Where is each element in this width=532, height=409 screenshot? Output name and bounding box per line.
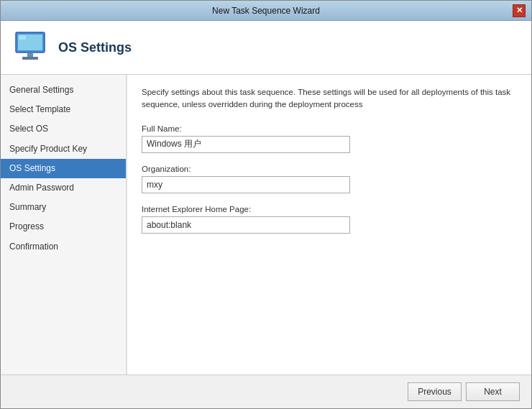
sidebar-item-select-os[interactable]: Select OS [1, 119, 126, 139]
previous-button[interactable]: Previous [408, 382, 462, 401]
full-name-input[interactable] [142, 136, 350, 153]
form-group-0: Full Name: [142, 124, 517, 153]
svg-rect-4 [19, 35, 26, 40]
sidebar-item-confirmation[interactable]: Confirmation [1, 237, 126, 257]
description-text: Specify settings about this task sequenc… [142, 86, 517, 111]
sidebar-item-os-settings[interactable]: OS Settings [1, 159, 126, 178]
sidebar-item-general-settings[interactable]: General Settings [1, 81, 126, 100]
next-button[interactable]: Next [466, 382, 520, 401]
sidebar-item-summary[interactable]: Summary [1, 198, 126, 217]
computer-icon [12, 29, 48, 65]
content-area: General SettingsSelect TemplateSelect OS… [1, 75, 531, 374]
organization-input[interactable] [142, 176, 350, 193]
main-content: Specify settings about this task sequenc… [127, 75, 531, 374]
title-bar: New Task Sequence Wizard ✕ [1, 1, 531, 21]
close-button[interactable]: ✕ [513, 4, 526, 17]
sidebar-item-admin-password[interactable]: Admin Password [1, 178, 126, 198]
wizard-header: OS Settings [1, 21, 531, 75]
wizard-window: New Task Sequence Wizard ✕ OS Settings G… [0, 0, 532, 409]
sidebar-item-select-template[interactable]: Select Template [1, 100, 126, 119]
sidebar-item-specify-product-key[interactable]: Specify Product Key [1, 139, 126, 159]
svg-rect-3 [22, 57, 38, 60]
full-name-input-label: Full Name: [142, 124, 517, 133]
form-group-2: Internet Explorer Home Page: [142, 205, 517, 234]
svg-rect-2 [27, 52, 33, 58]
sidebar-item-progress[interactable]: Progress [1, 217, 126, 236]
organization-input-label: Organization: [142, 165, 517, 173]
page-title: OS Settings [58, 40, 132, 55]
ie-homepage-input[interactable] [142, 216, 350, 234]
ie-homepage-input-label: Internet Explorer Home Page: [142, 205, 517, 213]
header-icon-container [12, 29, 48, 65]
wizard-footer: Previous Next [1, 374, 531, 408]
form-group-1: Organization: [142, 165, 517, 193]
sidebar: General SettingsSelect TemplateSelect OS… [1, 75, 127, 374]
window-title: New Task Sequence Wizard [19, 6, 513, 16]
